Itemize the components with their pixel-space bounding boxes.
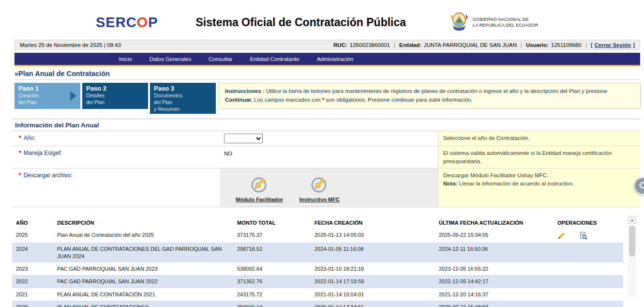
menu-item-administracion[interactable]: Administración bbox=[308, 53, 362, 65]
cell-actualizacion: 2025-09-22 15:34:05 bbox=[435, 229, 554, 243]
government-label: GOBIERNO NACIONAL DE LA REPUBLICA DEL EC… bbox=[473, 16, 539, 28]
plan-info-form: Información del Plan Anual *Año: Selecci… bbox=[12, 119, 641, 207]
step-subtitle: Detalles bbox=[86, 92, 144, 99]
ushay-download-icon bbox=[249, 173, 270, 196]
menu-item-consultar[interactable]: Consultar bbox=[200, 53, 241, 65]
required-asterisk: * bbox=[322, 97, 324, 103]
table-row: 2021 PLAN ANUAL DE CONTRATACIÓN 2021 243… bbox=[12, 288, 623, 301]
view-plan-icon[interactable] bbox=[579, 231, 587, 240]
cell-descripcion: PLAN ANUAL DE CONTRATACIONES bbox=[53, 301, 233, 307]
scrollbar-thumb[interactable] bbox=[629, 226, 635, 257]
vertical-scrollbar[interactable]: ▲ bbox=[628, 216, 636, 297]
step-title: Paso 3 bbox=[154, 85, 212, 92]
cell-actualizacion: 2020-07-21 15:48:59 bbox=[435, 301, 554, 307]
anio-input-cell bbox=[220, 131, 438, 146]
descargar-label-text: Descargar archivo: bbox=[24, 172, 73, 179]
step-subtitle: del Plan bbox=[154, 99, 212, 106]
circular-arrow-icon bbox=[638, 180, 644, 192]
ruc-value: 1260023860001 bbox=[350, 42, 390, 48]
separator: | bbox=[584, 42, 588, 48]
step-subtitle: Creación bbox=[18, 92, 76, 99]
descargar-label: *Descargar archivo: bbox=[12, 169, 220, 207]
esigef-label: *Maneja Esigef: bbox=[12, 146, 220, 168]
anio-label-text: Año: bbox=[24, 135, 36, 141]
cell-creacion: 2022-01-14 17:18:59 bbox=[311, 275, 435, 288]
header-operaciones: OPERACIONES bbox=[554, 216, 623, 229]
cell-descripcion: PLAN ANUAL DE CONTRATACIONES DEL GAD PAR… bbox=[53, 243, 233, 262]
wizard-steps: Paso 1 Creación del Plan Paso 2 Detalles… bbox=[15, 83, 641, 114]
cell-descripcion: PLAN ANUAL DE CONTRATACIÓN 2021 bbox=[53, 288, 233, 301]
table-row: 2024 PLAN ANUAL DE CONTRATACIONES DEL GA… bbox=[12, 243, 623, 262]
step-2-detalles: Paso 2 Detalles del Plan bbox=[82, 83, 148, 109]
logout-bracket-open: [ bbox=[591, 42, 593, 48]
edit-plan-icon[interactable] bbox=[557, 231, 566, 240]
session-info: RUC: 1260023860001 | Entidad: JUNTA PARR… bbox=[333, 42, 635, 48]
step-arrow-icon bbox=[70, 91, 76, 101]
esigef-value: NO bbox=[220, 146, 438, 168]
header-anio: AÑO bbox=[12, 216, 53, 229]
cell-actualizacion: 2024-12-11 16:50:36 bbox=[435, 243, 554, 262]
scroll-up-button[interactable]: ▲ bbox=[628, 216, 636, 224]
step-subtitle: del Plan bbox=[18, 99, 76, 106]
cell-monto: 243175.72 bbox=[233, 288, 311, 301]
instructivo-mfc-download[interactable]: Instructivo MFC bbox=[300, 173, 340, 202]
government-branding: GOBIERNO NACIONAL DE LA REPUBLICA DEL EC… bbox=[449, 11, 539, 33]
form-row-esigef: *Maneja Esigef: NO El sistema valida aut… bbox=[12, 146, 641, 169]
main-menu: Inicio Datos Generales Consultar Entidad… bbox=[15, 53, 640, 66]
cell-operaciones bbox=[554, 243, 623, 262]
cell-creacion: 2025-01-13 14:05:03 bbox=[311, 229, 435, 243]
logout-label[interactable]: Cerrar Sesión bbox=[595, 42, 631, 48]
user-value: 1251109680 bbox=[551, 42, 582, 48]
cell-operaciones bbox=[554, 275, 623, 288]
cell-actualizacion: 2021-12-20 14:16:37 bbox=[435, 288, 554, 301]
cell-actualizacion: 2022-12-05 14:42:17 bbox=[435, 275, 554, 288]
table-row: 2020 PLAN ANUAL DE CONTRATACIONES 350015… bbox=[12, 301, 623, 307]
cell-anio: 2020 bbox=[12, 301, 53, 307]
cell-monto: 350015.14 bbox=[233, 301, 311, 307]
gov-line-1: GOBIERNO NACIONAL DE bbox=[473, 16, 539, 22]
current-datetime: Martes 25 de Noviembre de 2025 | 08:43 bbox=[20, 42, 121, 48]
table-row: 2023 PAC GAD PARROQUIAL SAN JUAN 2023 53… bbox=[12, 262, 623, 275]
cell-anio: 2024 bbox=[12, 243, 53, 262]
cell-monto: 298718.52 bbox=[233, 243, 311, 262]
table-row: 2022 PAC GAD PARROQUIAL SAN JUAN 2022 37… bbox=[12, 275, 623, 288]
step-3-documentos: Paso 3 Documentos del Plan y Resumen bbox=[150, 83, 216, 114]
cell-creacion: 2020-01-14 17:34:51 bbox=[311, 301, 435, 307]
cell-anio: 2023 bbox=[12, 262, 53, 275]
app-header: SERCOP Sistema Oficial de Contratación P… bbox=[15, 8, 640, 37]
cell-monto: 538092.84 bbox=[233, 262, 311, 275]
entity-value: JUNTA PARROQUIAL DE SAN JUAN bbox=[424, 42, 517, 48]
download-links-cell: Módulo Facilitador Instructivo MFC bbox=[220, 169, 438, 207]
instructions-box: Instrucciones : Utilice la barra de boto… bbox=[219, 83, 641, 109]
separator: | bbox=[519, 42, 524, 48]
instructivo-mfc-link[interactable]: Instructivo MFC bbox=[300, 197, 340, 202]
header-ultima-actualizacion: ÚLTIMA FECHA ACTUALIZACIÓN bbox=[435, 216, 554, 229]
form-row-anio: *Año: Seleccione el año de Contratación. bbox=[12, 131, 641, 146]
app-title: Sistema Oficial de Contratación Pública bbox=[195, 16, 406, 29]
menu-item-inicio[interactable]: Inicio bbox=[110, 53, 141, 65]
form-row-descargar: *Descargar archivo: Módulo Facilitador bbox=[12, 169, 641, 207]
descargar-nota: Nota: Llenar la información de acuerdo a… bbox=[443, 180, 636, 188]
scrollbar-track[interactable] bbox=[628, 226, 636, 297]
ecuador-coat-of-arms-icon bbox=[449, 11, 469, 33]
cell-descripcion: PAC GAD PARROQUIAL SAN JUAN 2022 bbox=[53, 275, 233, 288]
instructions-label: Instrucciones : bbox=[225, 88, 265, 94]
logout-link[interactable]: [ Cerrar Sesión ] bbox=[591, 42, 635, 48]
header-monto-total: MONTO TOTAL bbox=[233, 216, 311, 229]
header-fecha-creacion: FECHA CREACIÓN bbox=[311, 216, 435, 229]
instructions-text-2: Los campos marcados con bbox=[254, 97, 320, 103]
table-header-row: AÑO DESCRIPCIÓN MONTO TOTAL FECHA CREACI… bbox=[12, 216, 623, 229]
plans-table: AÑO DESCRIPCIÓN MONTO TOTAL FECHA CREACI… bbox=[12, 216, 623, 307]
required-asterisk: * bbox=[19, 150, 21, 156]
menu-item-datos-generales[interactable]: Datos Generales bbox=[141, 53, 200, 65]
year-select[interactable] bbox=[224, 134, 263, 143]
menu-item-entidad-contratante[interactable]: Entidad Contratante bbox=[241, 53, 308, 65]
gov-line-2: LA REPUBLICA DEL ECUADOR bbox=[473, 22, 539, 28]
cell-actualizacion: 2023-12-05 16:55:22 bbox=[435, 262, 554, 275]
sercop-logo: SERCOP bbox=[96, 15, 158, 31]
header-descripcion: DESCRIPCIÓN bbox=[53, 216, 233, 229]
modulo-facilitador-download[interactable]: Módulo Facilitador bbox=[236, 173, 283, 202]
modulo-facilitador-link[interactable]: Módulo Facilitador bbox=[236, 197, 283, 202]
esigef-label-text: Maneja Esigef: bbox=[24, 150, 62, 156]
scroll-up-arrow-icon: ▲ bbox=[630, 218, 634, 222]
